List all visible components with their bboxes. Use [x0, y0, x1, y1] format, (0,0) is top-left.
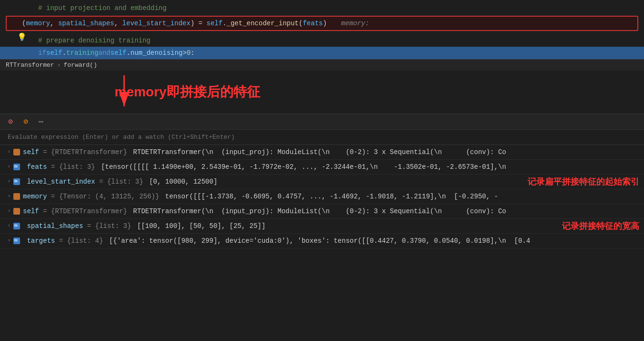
expand-icon[interactable]: › — [8, 161, 11, 173]
var-value: tensor([[[-1.3738, -0.6095, 0.4757, ...,… — [165, 191, 498, 202]
var-name: self — [23, 146, 39, 158]
var-icon-list: ≡ — [13, 223, 20, 229]
expand-icon[interactable]: › — [8, 206, 11, 217]
var-name: level_start_index — [23, 176, 95, 187]
var-value: [0, 10000, 12500] — [149, 176, 217, 187]
table-row: › self = {RTDETRTransformer} RTDETRTrans… — [0, 204, 644, 219]
code-line-comment1: # input projection and embedding — [0, 2, 644, 14]
level-annotation: 记录扁平拼接特征的起始索引 — [528, 176, 644, 187]
annotation-area: memory即拼接后的特征 — [0, 71, 644, 114]
var-type: = {RTDETRTransformer} — [39, 146, 131, 158]
table-row: › ≡ level_start_index = {list: 3} [0, 10… — [0, 175, 644, 189]
highlighted-line: (memory, spatial_shapes, level_start_ind… — [3, 16, 641, 31]
var-type: = {RTDETRTransformer} — [39, 206, 131, 217]
var-value: RTDETRTransformer(\n (input_proj): Modul… — [133, 206, 506, 217]
var-name: memory — [23, 191, 47, 202]
expression-input[interactable] — [0, 130, 644, 145]
comment2-text: # prepare denoising training — [38, 35, 150, 46]
expand-icon[interactable]: › — [8, 146, 11, 158]
hint-bulb-icon[interactable]: 💡 — [17, 32, 27, 42]
table-row: › ≡ spatial_shapes = {list: 3} [[100, 10… — [0, 219, 644, 234]
code-line-comment2: # prepare denoising training — [0, 32, 644, 47]
var-icon-square — [13, 149, 20, 155]
var-value: RTDETRTransformer(\n (input_proj): Modul… — [133, 146, 506, 158]
code-editor: # input projection and embedding (memory… — [0, 0, 644, 59]
debug-toolbar: ⊙ ⊘ ⋯ — [0, 114, 644, 130]
expand-icon[interactable]: › — [8, 235, 11, 247]
debug-more-icon[interactable]: ⋯ — [36, 117, 46, 126]
spatial-annotation: 记录拼接特征的宽高 — [562, 220, 644, 232]
var-name: self — [23, 206, 39, 217]
table-row: › ≡ feats = {list: 3} [tensor([[[[ 1.149… — [0, 160, 644, 175]
table-row: › memory = {Tensor: (4, 13125, 256)} ten… — [0, 189, 644, 204]
var-value: [[100, 100], [50, 50], [25, 25]] — [137, 220, 265, 232]
var-icon-list: ≡ — [13, 164, 20, 170]
var-type: = {Tensor: (4, 13125, 256)} — [47, 191, 163, 202]
debug-slash-icon[interactable]: ⊘ — [21, 117, 31, 126]
breadcrumb-method: forward() — [63, 62, 97, 69]
var-icon-square — [13, 208, 20, 215]
var-value: [tensor([[[[ 1.1490e+00, 2.5439e-01, -1.… — [101, 161, 507, 173]
var-icon-list: ≡ — [13, 178, 20, 185]
variables-panel: › self = {RTDETRTransformer} RTDETRTrans… — [0, 145, 644, 248]
var-icon-square — [13, 193, 20, 200]
var-type: = {list: 3} — [83, 220, 135, 232]
var-icon-list: ≡ — [13, 238, 20, 244]
var-name: targets — [23, 235, 55, 247]
comment-text: # input projection and embedding — [38, 3, 167, 13]
var-value: [{'area': tensor([980, 299], device='cud… — [109, 235, 530, 247]
annotation-main-text: memory即拼接后的特征 — [115, 83, 260, 101]
debug-circle-icon[interactable]: ⊙ — [6, 117, 15, 126]
var-type: = {list: 3} — [47, 161, 99, 173]
table-row: › ≡ targets = {list: 4} [{'area': tensor… — [0, 234, 644, 248]
inline-hint: memory: — [341, 20, 370, 27]
table-row: › self = {RTDETRTransformer} RTDETRTrans… — [0, 145, 644, 160]
var-type: = {list: 3} — [95, 176, 147, 187]
expand-icon[interactable]: › — [8, 191, 11, 202]
expand-icon[interactable]: › — [8, 220, 11, 232]
breadcrumb-class: RTTransformer — [6, 62, 54, 69]
breadcrumb: RTTransformer › forward() — [0, 59, 644, 71]
var-name: spatial_shapes — [23, 220, 83, 232]
var-name: feats — [23, 161, 47, 173]
expression-input-container[interactable] — [0, 130, 644, 145]
code-line-blue: if self . training and self . num_denois… — [0, 47, 644, 59]
var-type: = {list: 4} — [55, 235, 107, 247]
expand-icon[interactable]: › — [8, 176, 11, 187]
